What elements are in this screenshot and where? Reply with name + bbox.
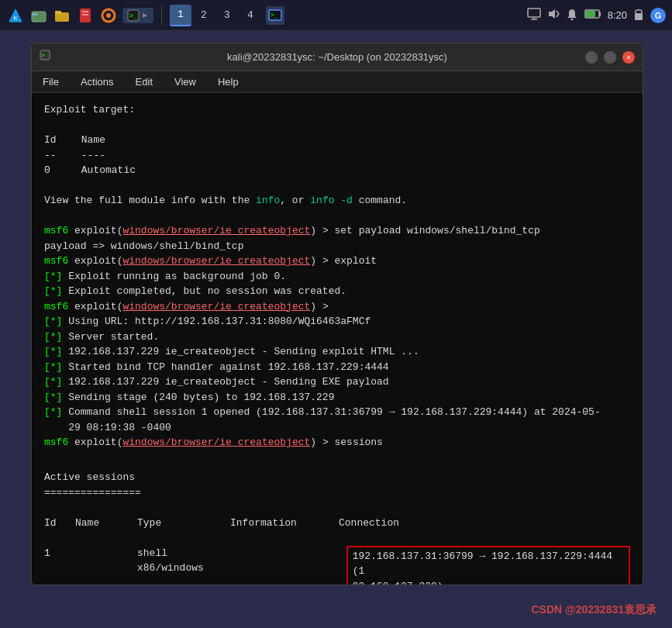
svg-line-20 <box>557 11 559 14</box>
svg-text:>_: >_ <box>271 12 278 19</box>
exploit-table-row: 0 Automatic <box>44 163 630 178</box>
svg-rect-26 <box>635 13 643 20</box>
connection-box: 192.168.137.31:36799 → 192.168.137.229:4… <box>346 546 630 585</box>
terminal-line-3: msf6 exploit(windows/browser/ie_createob… <box>44 254 630 269</box>
folder-icon[interactable] <box>53 6 71 25</box>
terminal-line-6: msf6 exploit(windows/browser/ie_createob… <box>44 299 630 315</box>
terminal-line-8: [*] Server started. <box>44 330 630 345</box>
clock: 8:20 <box>608 9 627 21</box>
svg-text:K: K <box>14 15 18 22</box>
terminal-title-icon: > <box>40 50 50 64</box>
minimize-button[interactable] <box>585 51 598 64</box>
svg-marker-13 <box>143 13 147 18</box>
terminal-line-5: [*] Exploit completed, but no session wa… <box>44 284 630 299</box>
workspace-3[interactable]: 3 <box>216 5 238 26</box>
workspace-2[interactable]: 2 <box>193 5 215 26</box>
archive-icon[interactable] <box>76 6 95 25</box>
info-cmd2-link[interactable]: info -d <box>310 195 353 206</box>
svg-rect-8 <box>82 14 88 16</box>
svg-line-21 <box>557 14 559 17</box>
browser-icon[interactable] <box>99 6 118 25</box>
svg-point-22 <box>570 18 573 20</box>
terminal-line-2: payload => windows/shell/bind_tcp <box>44 239 630 254</box>
workspace-4[interactable]: 4 <box>240 5 261 26</box>
volume-icon <box>547 8 560 23</box>
terminal-line-1: msf6 exploit(windows/browser/ie_createob… <box>44 223 630 239</box>
svg-rect-24 <box>599 12 601 16</box>
exploit-table-sep: -- ---- <box>44 148 630 164</box>
files-icon[interactable] <box>29 6 48 25</box>
svg-rect-25 <box>586 11 595 17</box>
terminal-line-11: [*] 192.168.137.229 ie_createobject - Se… <box>44 374 630 390</box>
svg-rect-3 <box>32 13 38 16</box>
terminal-line-12: [*] Sending stage (240 bytes) to 192.168… <box>44 390 630 405</box>
terminal-active-icon[interactable]: >_ <box>266 6 284 25</box>
terminal-line-9: [*] 192.168.137.229 ie_createobject - Se… <box>44 344 630 360</box>
sessions-separator: ================ <box>44 485 630 501</box>
taskbar: K >_ 1 <box>0 0 672 31</box>
svg-text:>: > <box>41 52 45 59</box>
google-icon[interactable]: G <box>650 8 666 23</box>
sessions-headers: Id Name Type Information Connection <box>44 516 630 531</box>
menu-actions[interactable]: Actions <box>76 74 119 89</box>
terminal-content[interactable]: Exploit target: Id Name -- ---- 0 Automa… <box>32 93 643 585</box>
terminal-taskbar-btn[interactable]: >_ <box>122 8 153 23</box>
title-bar: > kali@20232831ysc: ~/Desktop (on 202328… <box>32 43 643 71</box>
svg-rect-7 <box>82 11 88 12</box>
kali-icon[interactable]: K <box>6 6 25 25</box>
menu-view[interactable]: View <box>170 74 201 89</box>
svg-rect-5 <box>55 11 61 14</box>
window-controls: ✕ <box>585 51 635 64</box>
notification-icon <box>566 8 578 23</box>
svg-rect-2 <box>32 12 46 22</box>
info-line: View the full module info with the info,… <box>44 193 630 209</box>
menu-bar: File Actions Edit View Help <box>32 71 643 93</box>
taskbar-separator <box>161 6 162 25</box>
menu-help[interactable]: Help <box>213 74 243 89</box>
terminal-line-7: [*] Using URL: http://192.168.137.31:808… <box>44 314 630 330</box>
svg-point-10 <box>106 13 111 18</box>
exploit-target-label: Exploit target: <box>44 102 630 118</box>
workspace-switcher: 1 2 3 4 <box>170 5 261 26</box>
svg-text:>_: >_ <box>129 12 138 19</box>
info-cmd1-link[interactable]: info <box>256 195 280 206</box>
exploit-target-section: Exploit target: Id Name -- ---- 0 Automa… <box>44 102 630 178</box>
terminal-line-14: msf6 exploit(windows/browser/ie_createob… <box>44 435 630 450</box>
lock-icon <box>633 8 644 23</box>
menu-edit[interactable]: Edit <box>131 74 157 89</box>
battery-icon <box>584 9 601 22</box>
terminal-window: > kali@20232831ysc: ~/Desktop (on 202328… <box>31 43 643 585</box>
svg-marker-19 <box>549 9 555 19</box>
maximize-button[interactable] <box>604 51 616 64</box>
workspace-1[interactable]: 1 <box>170 5 191 26</box>
menu-file[interactable]: File <box>38 74 64 89</box>
csdn-watermark: CSDN @20232831袁思承 <box>532 603 657 617</box>
sessions-table: Active sessions ================ Id Name… <box>44 470 630 585</box>
terminal-line-4: [*] Exploit running as background job 0. <box>44 269 630 285</box>
terminal-line-10: [*] Started bind TCP handler against 192… <box>44 360 630 375</box>
monitor-icon <box>527 8 541 23</box>
exploit-table-header: Id Name <box>44 133 630 148</box>
terminal-line-13: [*] Command shell session 1 opened (192.… <box>44 405 630 435</box>
close-button[interactable]: ✕ <box>622 51 635 64</box>
active-sessions-label: Active sessions <box>44 470 630 485</box>
sessions-row: 1 shell x86/windows 192.168.137.31:36799… <box>44 546 630 585</box>
taskbar-right: 8:20 G <box>527 8 666 23</box>
svg-rect-16 <box>528 9 540 17</box>
window-title: kali@20232831ysc: ~/Desktop (on 20232831… <box>227 51 447 63</box>
